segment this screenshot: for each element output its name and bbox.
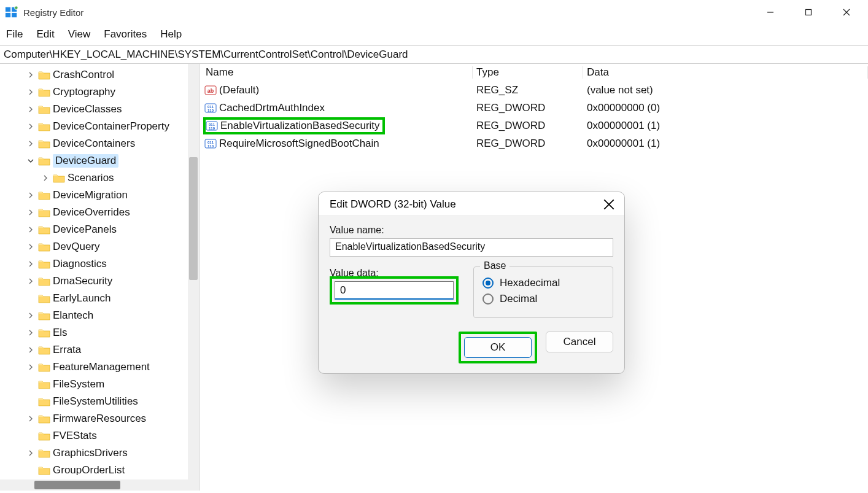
value-row[interactable]: ab(Default)REG_SZ(value not set) — [200, 81, 868, 99]
value-row[interactable]: 011110EnableVirtualizationBasedSecurityR… — [200, 117, 868, 134]
tree-item-devquery[interactable]: DevQuery — [26, 238, 185, 255]
ok-button[interactable]: OK — [464, 337, 532, 358]
folder-icon — [38, 70, 50, 80]
tree-item-deviceclasses[interactable]: DeviceClasses — [26, 101, 185, 118]
chevron-right-icon[interactable] — [26, 330, 36, 336]
value-name: (Default) — [219, 84, 259, 96]
cancel-button[interactable]: Cancel — [546, 332, 613, 352]
value-name: CachedDrtmAuthIndex — [219, 102, 325, 114]
value-type: REG_SZ — [473, 84, 583, 96]
value-name-label: Value name: — [330, 225, 613, 236]
radio-decimal[interactable]: Decimal — [482, 293, 604, 305]
chevron-right-icon[interactable] — [26, 244, 36, 250]
title-bar: Registry Editor — [0, 0, 868, 25]
tree-item-label: DeviceMigration — [53, 189, 128, 201]
menu-favorites[interactable]: Favorites — [104, 28, 147, 41]
value-row[interactable]: 011110RequireMicrosoftSignedBootChainREG… — [200, 134, 868, 152]
menu-help[interactable]: Help — [160, 28, 182, 41]
folder-icon — [38, 465, 50, 475]
tree-item-cryptography[interactable]: Cryptography — [26, 83, 185, 101]
value-name: RequireMicrosoftSignedBootChain — [219, 138, 379, 150]
dialog-close-button[interactable] — [603, 199, 614, 210]
value-type: REG_DWORD — [473, 138, 583, 150]
tree-item-label: Cryptography — [53, 86, 115, 98]
list-header: Name Type Data — [200, 64, 868, 81]
tree-item-earlylaunch[interactable]: EarlyLaunch — [26, 290, 185, 307]
tree-item-filesystemutilities[interactable]: FileSystemUtilities — [26, 393, 185, 410]
chevron-right-icon[interactable] — [26, 106, 36, 112]
folder-icon — [38, 190, 50, 200]
tree-item-deviceguard[interactable]: DeviceGuard — [26, 152, 185, 169]
tree-item-filesystem[interactable]: FileSystem — [26, 376, 185, 393]
menu-view[interactable]: View — [68, 28, 91, 41]
tree-item-label: DeviceContainers — [53, 138, 135, 150]
value-row[interactable]: 011110CachedDrtmAuthIndexREG_DWORD0x0000… — [200, 99, 868, 117]
tree-item-deviceoverrides[interactable]: DeviceOverrides — [26, 204, 185, 221]
chevron-right-icon[interactable] — [26, 312, 36, 319]
radio-dec-icon — [482, 293, 494, 305]
tree-item-errata[interactable]: Errata — [26, 341, 185, 359]
list-vertical-scrollbar[interactable] — [857, 64, 868, 491]
tree-item-devicepanels[interactable]: DevicePanels — [26, 221, 185, 238]
chevron-right-icon[interactable] — [26, 141, 36, 147]
value-data-input[interactable] — [335, 281, 454, 300]
chevron-right-icon[interactable] — [26, 72, 36, 78]
tree-item-graphicsdrivers[interactable]: GraphicsDrivers — [26, 444, 185, 462]
base-legend: Base — [480, 260, 510, 271]
chevron-right-icon[interactable] — [26, 209, 36, 215]
chevron-right-icon[interactable] — [26, 347, 36, 353]
chevron-right-icon[interactable] — [26, 227, 36, 233]
value-data: 0x00000001 (1) — [583, 138, 868, 150]
menu-edit[interactable]: Edit — [36, 28, 54, 41]
chevron-right-icon[interactable] — [41, 175, 50, 181]
chevron-right-icon[interactable] — [26, 123, 36, 130]
chevron-down-icon[interactable] — [26, 158, 36, 164]
tree-item-devicecontainerproperty[interactable]: DeviceContainerProperty — [26, 118, 185, 135]
dialog-body: Value name: EnableVirtualizationBasedSec… — [319, 216, 624, 373]
folder-icon — [38, 414, 50, 424]
tree-scroll-thumb[interactable] — [189, 157, 198, 280]
tree-item-devicemigration[interactable]: DeviceMigration — [26, 187, 185, 204]
menu-file[interactable]: File — [6, 28, 23, 41]
chevron-right-icon[interactable] — [26, 261, 36, 267]
tree-item-diagnostics[interactable]: Diagnostics — [26, 255, 185, 273]
tree-vertical-scrollbar[interactable] — [188, 64, 199, 491]
tree-item-elantech[interactable]: Elantech — [26, 307, 185, 324]
folder-icon — [38, 156, 50, 166]
tree-item-dmasecurity[interactable]: DmaSecurity — [26, 273, 185, 290]
tree-pane: CrashControlCryptographyDeviceClassesDev… — [0, 64, 200, 491]
col-header-data[interactable]: Data — [583, 66, 868, 79]
tree-item-fvestats[interactable]: FVEStats — [26, 427, 185, 444]
address-bar[interactable]: Computer\HKEY_LOCAL_MACHINE\SYSTEM\Curre… — [0, 45, 868, 64]
chevron-right-icon[interactable] — [26, 450, 36, 456]
chevron-right-icon[interactable] — [26, 364, 36, 370]
tree-item-grouporderlist[interactable]: GroupOrderList — [26, 462, 185, 479]
tree-item-label: GroupOrderList — [53, 464, 125, 476]
maximize-button[interactable] — [789, 0, 827, 25]
chevron-right-icon[interactable] — [26, 192, 36, 198]
chevron-right-icon[interactable] — [26, 278, 36, 284]
reg-dword-icon: 011110 — [204, 102, 217, 114]
close-button[interactable] — [827, 0, 866, 25]
col-header-type[interactable]: Type — [473, 66, 583, 79]
minimize-button[interactable] — [751, 0, 789, 25]
col-header-name[interactable]: Name — [200, 66, 473, 79]
value-data: 0x00000000 (0) — [583, 102, 868, 114]
svg-rect-2 — [6, 13, 10, 17]
tree-item-crashcontrol[interactable]: CrashControl — [26, 66, 185, 83]
tree-item-label: Diagnostics — [53, 258, 107, 270]
base-group: Base Hexadecimal Decimal — [473, 266, 613, 318]
tree-item-featuremanagement[interactable]: FeatureManagement — [26, 359, 185, 376]
tree-item-firmwareresources[interactable]: FirmwareResources — [26, 410, 185, 427]
tree-item-scenarios[interactable]: Scenarios — [26, 169, 185, 187]
chevron-right-icon[interactable] — [26, 416, 36, 422]
tree-item-devicecontainers[interactable]: DeviceContainers — [26, 135, 185, 152]
tree-item-label: FirmwareResources — [53, 413, 146, 425]
tree-horizontal-scrollbar[interactable] — [0, 479, 188, 491]
tree-hscroll-thumb[interactable] — [34, 481, 120, 489]
chevron-right-icon[interactable] — [26, 89, 36, 95]
tree-item-label: EarlyLaunch — [53, 292, 111, 305]
radio-hexadecimal[interactable]: Hexadecimal — [482, 277, 604, 289]
tree-item-els[interactable]: Els — [26, 324, 185, 341]
tree-item-label: FVEStats — [53, 430, 97, 442]
